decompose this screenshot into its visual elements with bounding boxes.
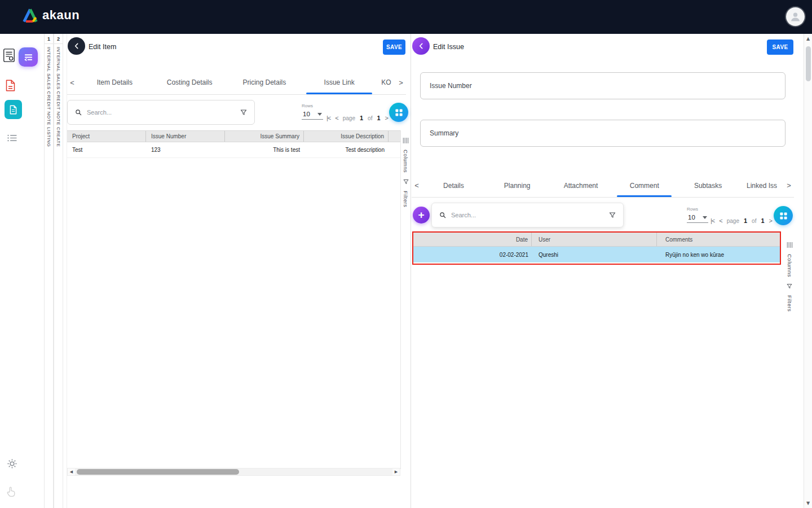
cell-project: Test [67,147,146,153]
table-header-row: Date User Comments [413,233,780,247]
columns-button[interactable]: Columns [403,150,409,173]
tab-planning[interactable]: Planning [486,174,549,197]
search-icon [74,108,82,116]
tab-costing-details[interactable]: Costing Details [152,71,227,94]
tabs-scroll-right-icon[interactable]: > [396,71,406,94]
settings-button[interactable] [7,458,17,469]
page-scrollbar[interactable]: ▲ ▼ [804,34,812,508]
avatar[interactable] [786,7,805,26]
scroll-up-icon[interactable]: ▲ [804,36,812,41]
columns-grip-icon[interactable] [787,242,793,248]
first-page-button[interactable]: |< [710,217,714,224]
filters-funnel-icon[interactable] [786,283,793,290]
tab-pricing-details[interactable]: Pricing Details [227,71,302,94]
rows-per-page-select[interactable]: Rows 10 [687,207,708,223]
sidebar-item-pdf[interactable] [5,79,16,92]
annotation-highlight-box: Date User Comments 02-02-2021 Qureshi Ry… [412,231,781,265]
next-page-button[interactable]: > [769,217,772,224]
scroll-left-icon[interactable]: ◀ [68,470,75,474]
scrollbar-track[interactable] [75,468,392,475]
search-input[interactable] [451,212,604,218]
scroll-right-icon[interactable]: ▶ [392,470,400,474]
credit-note-icon [2,47,16,63]
issue-number-label: Issue Number [430,82,472,90]
first-page-button[interactable]: |< [326,115,330,121]
filters-button[interactable]: Filters [787,295,793,312]
summary-field[interactable]: Summary [420,120,785,147]
search-box [431,203,624,227]
table-row[interactable]: Test 123 This is test Test description [67,142,400,158]
page-title: Edit Item [89,43,116,51]
grid-view-button[interactable] [389,103,408,122]
cell-issue-description: Test description [304,147,389,153]
tab-item-details[interactable]: Item Details [77,71,152,94]
filters-button[interactable]: Filters [403,191,409,207]
horizontal-scrollbar[interactable]: ◀ ▶ [67,468,400,476]
sidebar-item-document[interactable] [5,100,22,119]
akaun-logo-icon [23,8,38,23]
tab-attachment[interactable]: Attachment [549,174,613,197]
arrow-left-icon [417,42,425,50]
scrollbar-thumb[interactable] [77,469,239,475]
search-input[interactable] [87,109,235,116]
edit-issue-panel: Edit Issue SAVE Issue Number Summary < D… [412,34,801,508]
comment-row-selected[interactable]: 02-02-2021 Qureshi Ryūjin no ken wo kūra… [413,247,780,262]
document-icon [8,104,18,115]
app-root: akaun [0,0,812,508]
caret-down-icon [703,216,707,219]
issue-number-field[interactable]: Issue Number [420,72,785,99]
save-button[interactable]: SAVE [383,40,405,55]
workspace-tab-listing[interactable]: 1 INTERNAL SALES CREDIT NOTE LISTING [44,34,54,508]
grid-view-button[interactable] [774,206,793,225]
next-page-button[interactable]: > [385,115,388,121]
active-module-tile[interactable] [19,47,38,67]
tabs-scroll-left-icon[interactable]: < [412,174,422,197]
scroll-down-icon[interactable]: ▼ [804,501,812,506]
rows-value: 10 [688,214,695,221]
columns-grip-icon[interactable] [403,137,409,144]
tab-comment[interactable]: Comment [612,174,676,197]
back-button[interactable] [412,37,430,55]
total-pages: 1 [377,115,380,121]
sidebar-item-credit-note[interactable] [2,47,16,63]
filters-funnel-icon[interactable] [403,178,409,185]
columns-button[interactable]: Columns [787,254,793,277]
page-label: page [727,218,739,224]
tab-subtasks[interactable]: Subtasks [676,174,740,197]
total-pages: 1 [761,217,764,224]
grid-icon [395,108,403,117]
tab-linked-issues[interactable]: Linked Iss [740,174,784,197]
prev-page-button[interactable]: < [335,115,338,121]
sidebar [0,34,28,508]
tab-details[interactable]: Details [422,174,486,197]
akaun-logo[interactable]: akaun [23,8,80,23]
plus-icon: + [418,209,424,220]
filter-button[interactable] [240,108,248,116]
column-header-issue-number: Issue Number [146,131,225,142]
gesture-button[interactable] [5,485,16,498]
tab-ko[interactable]: KO [377,71,396,94]
add-comment-button[interactable]: + [413,207,430,224]
tabs-scroll-left-icon[interactable]: < [67,71,77,94]
tab-issue-link[interactable]: Issue Link [302,71,377,94]
back-button[interactable] [68,37,85,55]
scrollbar-thumb[interactable] [806,46,811,81]
issue-link-table: Project Issue Number Issue Summary Issue… [67,130,400,158]
rows-value: 10 [303,111,310,117]
pagination: |< < page 1 of 1 > >| [710,217,780,224]
issue-tabbar: < Details Planning Attachment Comment Su… [412,174,794,198]
filter-button[interactable] [608,211,616,219]
page-title: Edit Issue [433,43,464,51]
workspace-tab-number: 1 [45,34,53,44]
cell-date: 02-02-2021 [413,252,532,258]
pagination: |< < page 1 of 1 > >| [326,115,396,121]
save-button[interactable]: SAVE [767,40,793,55]
sidebar-item-list[interactable] [7,134,17,142]
rows-per-page-select[interactable]: Rows 10 [302,103,323,120]
pdf-icon [5,79,16,92]
column-header-user: User [532,233,657,246]
prev-page-button[interactable]: < [719,217,722,224]
workspace-tab-create[interactable]: 2 INTERNAL SALES CREDIT NOTE CREATE [54,34,63,508]
cell-issue-summary: This is test [225,147,304,153]
tabs-scroll-right-icon[interactable]: > [784,174,794,197]
